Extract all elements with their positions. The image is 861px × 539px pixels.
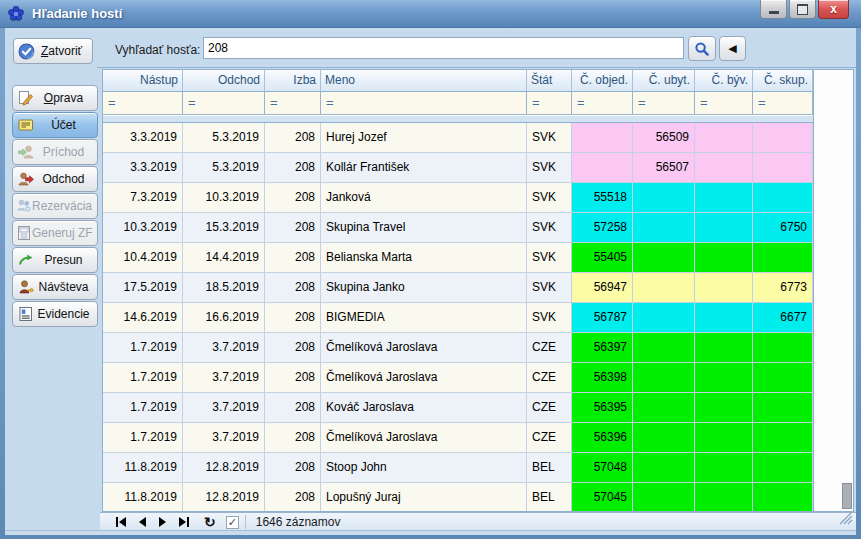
sidebar-button-label: Návšteva	[35, 280, 92, 294]
cell-stat: CZE	[527, 333, 572, 363]
next-record-button[interactable]	[154, 515, 172, 529]
filter-checkbox[interactable]: ✓	[226, 516, 239, 529]
filter-cell-odchod[interactable]: =	[183, 92, 265, 115]
cell-skup	[753, 363, 813, 393]
last-record-button[interactable]	[175, 515, 193, 529]
search-button[interactable]	[688, 36, 716, 61]
minimize-button[interactable]	[760, 0, 787, 19]
table-row[interactable]: 11.8.201912.8.2019208Stoop JohnBEL57048	[103, 453, 813, 483]
cell-nastup: 1.7.2019	[103, 393, 183, 423]
cell-ubyt	[633, 393, 695, 423]
record-navigator: ↻ ✓ 1646 záznamov	[100, 512, 856, 531]
cell-meno: Kollár František	[321, 153, 527, 183]
records-icon	[16, 306, 35, 322]
search-input[interactable]	[203, 37, 684, 59]
filter-cell-meno[interactable]: =	[321, 92, 527, 115]
filter-cell-nastup[interactable]: =	[103, 92, 183, 115]
cell-nastup: 1.7.2019	[103, 363, 183, 393]
table-row[interactable]: 11.8.201912.8.2019208Lopušný JurajBEL570…	[103, 483, 813, 511]
cell-odchod: 18.5.2019	[183, 273, 265, 303]
filter-cell-stat[interactable]: =	[527, 92, 572, 115]
column-header-odchod[interactable]: Odchod	[183, 70, 265, 92]
column-header-nastup[interactable]: Nástup	[103, 70, 183, 92]
column-header-ubyt[interactable]: Č. ubyt.	[633, 70, 695, 92]
table-row[interactable]: 1.7.20193.7.2019208Čmelíková JaroslavaCZ…	[103, 363, 813, 393]
cell-objed	[572, 153, 633, 183]
table-row[interactable]: 17.5.201918.5.2019208Skupina JankoSVK569…	[103, 273, 813, 303]
cell-ubyt	[633, 483, 695, 511]
cell-skup	[753, 393, 813, 423]
previous-record-button[interactable]	[133, 515, 151, 529]
sidebar-button-label: Odchod	[35, 172, 92, 186]
filter-cell-objed[interactable]: =	[572, 92, 633, 115]
table-row[interactable]: 1.7.20193.7.2019208Čmelíková JaroslavaCZ…	[103, 333, 813, 363]
sidebar-button-n-v-teva[interactable]: Návšteva	[12, 274, 98, 300]
column-header-skup[interactable]: Č. skup.	[753, 70, 813, 92]
cell-byv	[695, 273, 753, 303]
cell-skup	[753, 333, 813, 363]
cell-meno: Čmelíková Jaroslava	[321, 363, 527, 393]
zatvorit-button[interactable]: Zatvoriť	[13, 38, 93, 64]
column-header-byv[interactable]: Č. býv.	[695, 70, 753, 92]
cell-stat: SVK	[527, 243, 572, 273]
cell-objed: 56395	[572, 393, 633, 423]
move-icon	[16, 252, 35, 268]
filter-cell-izba[interactable]: =	[265, 92, 321, 115]
first-record-button[interactable]	[112, 515, 130, 529]
column-header-objed[interactable]: Č. objed.	[572, 70, 633, 92]
column-header-stat[interactable]: Štát	[527, 70, 572, 92]
sidebar-button-et[interactable]: Účet	[12, 112, 98, 138]
back-button[interactable]: ◀	[719, 36, 746, 61]
reservation-icon	[16, 198, 32, 214]
cell-objed: 56947	[572, 273, 633, 303]
table-row[interactable]: 3.3.20195.3.2019208Kollár FrantišekSVK56…	[103, 153, 813, 183]
sidebar-button-presun[interactable]: Presun	[12, 247, 98, 273]
cell-izba: 208	[265, 483, 321, 511]
search-icon	[694, 41, 710, 57]
table-row[interactable]: 1.7.20193.7.2019208Kováč JaroslavaCZE563…	[103, 393, 813, 423]
cell-izba: 208	[265, 213, 321, 243]
cell-objed: 56787	[572, 303, 633, 333]
column-header-izba[interactable]: Izba	[265, 70, 321, 92]
table-filter-row: =========	[103, 92, 813, 115]
table-row[interactable]: 7.3.201910.3.2019208JankováSVK55518	[103, 183, 813, 213]
sidebar-button-evidencie[interactable]: Evidencie	[12, 301, 98, 327]
window-content: Vyhľadať hosťa: ◀ Zatvoriť OpravaÚčetPrí…	[5, 28, 856, 530]
cell-byv	[695, 153, 753, 183]
cell-odchod: 3.7.2019	[183, 393, 265, 423]
cell-objed: 57258	[572, 213, 633, 243]
scrollbar-thumb[interactable]	[842, 483, 852, 509]
cell-nastup: 11.8.2019	[103, 453, 183, 483]
sidebar-button-odchod[interactable]: Odchod	[12, 166, 98, 192]
cell-nastup: 3.3.2019	[103, 123, 183, 153]
filter-cell-ubyt[interactable]: =	[633, 92, 695, 115]
cell-skup: 6677	[753, 303, 813, 333]
resize-grip[interactable]	[839, 511, 853, 529]
table-row[interactable]: 1.7.20193.7.2019208Čmelíková JaroslavaCZ…	[103, 423, 813, 453]
cell-objed: 57045	[572, 483, 633, 511]
filter-cell-byv[interactable]: =	[695, 92, 753, 115]
sidebar-button-oprava[interactable]: Oprava	[12, 85, 98, 111]
titlebar[interactable]: Hľadanie hostí x	[0, 0, 861, 28]
sidebar-button-label: Účet	[35, 118, 92, 132]
cell-byv	[695, 423, 753, 453]
window-bottom-edge	[5, 530, 856, 535]
table-row[interactable]: 10.4.201914.4.2019208Belianska MartaSVK5…	[103, 243, 813, 273]
cell-meno: Hurej Jozef	[321, 123, 527, 153]
cell-skup	[753, 123, 813, 153]
table-row[interactable]: 3.3.20195.3.2019208Hurej JozefSVK56509	[103, 123, 813, 153]
cell-byv	[695, 303, 753, 333]
close-button[interactable]: x	[818, 0, 849, 19]
table-row[interactable]: 10.3.201915.3.2019208Skupina TravelSVK57…	[103, 213, 813, 243]
vertical-scrollbar[interactable]	[814, 69, 854, 512]
sidebar-button-label: Rezervácia	[32, 199, 92, 213]
toolbar-divider	[97, 67, 856, 68]
cell-stat: BEL	[527, 453, 572, 483]
cell-ubyt	[633, 273, 695, 303]
filter-cell-skup[interactable]: =	[753, 92, 813, 115]
refresh-icon[interactable]: ↻	[204, 515, 216, 529]
maximize-button[interactable]	[789, 0, 816, 19]
column-header-meno[interactable]: Meno	[321, 70, 527, 92]
cell-byv	[695, 483, 753, 511]
table-row[interactable]: 14.6.201916.6.2019208BIGMEDIASVK56787667…	[103, 303, 813, 333]
